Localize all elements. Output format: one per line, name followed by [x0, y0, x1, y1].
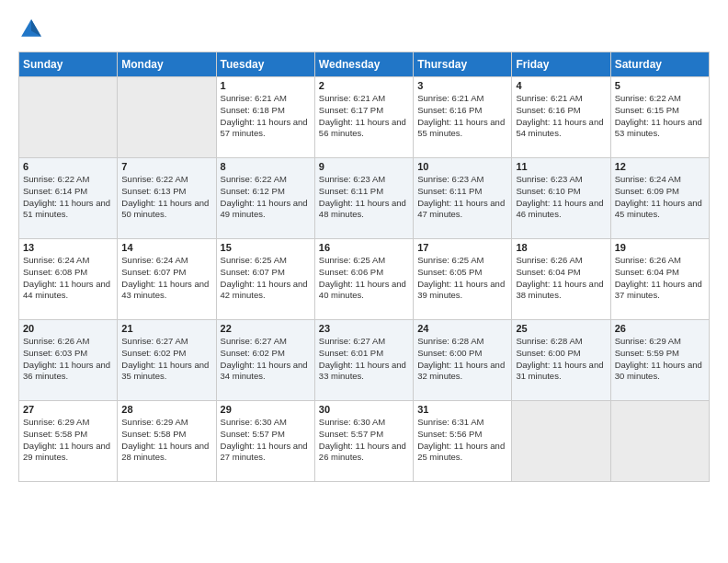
calendar-cell: 4Sunrise: 6:21 AMSunset: 6:16 PMDaylight… [512, 77, 610, 158]
weekday-header-thursday: Thursday [414, 52, 512, 77]
calendar-cell: 30Sunrise: 6:30 AMSunset: 5:57 PMDayligh… [314, 401, 413, 482]
cell-day-number: 30 [319, 404, 409, 415]
cell-day-number: 2 [319, 80, 409, 91]
calendar-cell: 25Sunrise: 6:28 AMSunset: 6:00 PMDayligh… [512, 320, 610, 401]
logo [18, 17, 48, 42]
weekday-header-sunday: Sunday [19, 52, 118, 77]
weekday-header-tuesday: Tuesday [216, 52, 314, 77]
cell-day-number: 13 [23, 242, 113, 253]
calendar-cell: 3Sunrise: 6:21 AMSunset: 6:16 PMDaylight… [414, 77, 512, 158]
cell-day-number: 19 [615, 242, 705, 253]
cell-day-number: 15 [221, 242, 311, 253]
cell-day-number: 27 [23, 404, 113, 415]
cell-info: Sunrise: 6:25 AMSunset: 6:07 PMDaylight:… [221, 255, 311, 302]
cell-info: Sunrise: 6:27 AMSunset: 6:02 PMDaylight:… [221, 336, 311, 383]
cell-day-number: 5 [615, 80, 705, 91]
page: SundayMondayTuesdayWednesdayThursdayFrid… [0, 0, 728, 563]
cell-day-number: 16 [319, 242, 409, 253]
calendar-cell: 26Sunrise: 6:29 AMSunset: 5:59 PMDayligh… [610, 320, 709, 401]
calendar-week-1: 1Sunrise: 6:21 AMSunset: 6:18 PMDaylight… [19, 77, 710, 158]
calendar-cell: 24Sunrise: 6:28 AMSunset: 6:00 PMDayligh… [414, 320, 512, 401]
cell-info: Sunrise: 6:22 AMSunset: 6:12 PMDaylight:… [221, 174, 311, 221]
calendar-week-2: 6Sunrise: 6:22 AMSunset: 6:14 PMDaylight… [19, 158, 710, 239]
calendar-cell: 13Sunrise: 6:24 AMSunset: 6:08 PMDayligh… [19, 239, 118, 320]
cell-day-number: 18 [516, 242, 606, 253]
calendar-cell: 31Sunrise: 6:31 AMSunset: 5:56 PMDayligh… [414, 401, 512, 482]
calendar-cell: 18Sunrise: 6:26 AMSunset: 6:04 PMDayligh… [512, 239, 610, 320]
calendar-cell: 7Sunrise: 6:22 AMSunset: 6:13 PMDaylight… [118, 158, 216, 239]
calendar-cell: 12Sunrise: 6:24 AMSunset: 6:09 PMDayligh… [610, 158, 709, 239]
cell-day-number: 14 [121, 242, 211, 253]
cell-info: Sunrise: 6:22 AMSunset: 6:13 PMDaylight:… [121, 174, 211, 221]
calendar-cell: 23Sunrise: 6:27 AMSunset: 6:01 PMDayligh… [314, 320, 413, 401]
cell-info: Sunrise: 6:25 AMSunset: 6:05 PMDaylight:… [417, 255, 507, 302]
weekday-header-wednesday: Wednesday [314, 52, 413, 77]
calendar-cell: 21Sunrise: 6:27 AMSunset: 6:02 PMDayligh… [118, 320, 216, 401]
cell-info: Sunrise: 6:27 AMSunset: 6:02 PMDaylight:… [121, 336, 211, 383]
cell-day-number: 12 [615, 161, 705, 172]
cell-info: Sunrise: 6:23 AMSunset: 6:10 PMDaylight:… [516, 174, 606, 221]
cell-day-number: 24 [417, 323, 507, 334]
calendar-cell: 9Sunrise: 6:23 AMSunset: 6:11 PMDaylight… [314, 158, 413, 239]
cell-day-number: 26 [615, 323, 705, 334]
cell-info: Sunrise: 6:22 AMSunset: 6:14 PMDaylight:… [23, 174, 113, 221]
calendar-cell: 14Sunrise: 6:24 AMSunset: 6:07 PMDayligh… [118, 239, 216, 320]
calendar-cell: 2Sunrise: 6:21 AMSunset: 6:17 PMDaylight… [314, 77, 413, 158]
cell-day-number: 11 [516, 161, 606, 172]
cell-day-number: 17 [417, 242, 507, 253]
cell-info: Sunrise: 6:23 AMSunset: 6:11 PMDaylight:… [319, 174, 409, 221]
cell-day-number: 25 [516, 323, 606, 334]
cell-info: Sunrise: 6:21 AMSunset: 6:16 PMDaylight:… [516, 93, 606, 140]
cell-info: Sunrise: 6:26 AMSunset: 6:04 PMDaylight:… [615, 255, 705, 302]
cell-info: Sunrise: 6:29 AMSunset: 5:59 PMDaylight:… [615, 336, 705, 383]
calendar-cell: 1Sunrise: 6:21 AMSunset: 6:18 PMDaylight… [216, 77, 314, 158]
cell-info: Sunrise: 6:22 AMSunset: 6:15 PMDaylight:… [615, 93, 705, 140]
cell-day-number: 4 [516, 80, 606, 91]
calendar-cell: 10Sunrise: 6:23 AMSunset: 6:11 PMDayligh… [414, 158, 512, 239]
cell-day-number: 6 [23, 161, 113, 172]
cell-info: Sunrise: 6:29 AMSunset: 5:58 PMDaylight:… [23, 417, 113, 464]
calendar-cell [19, 77, 118, 158]
calendar-cell: 27Sunrise: 6:29 AMSunset: 5:58 PMDayligh… [19, 401, 118, 482]
cell-info: Sunrise: 6:21 AMSunset: 6:17 PMDaylight:… [319, 93, 409, 140]
weekday-header-monday: Monday [118, 52, 216, 77]
cell-info: Sunrise: 6:21 AMSunset: 6:16 PMDaylight:… [417, 93, 507, 140]
cell-info: Sunrise: 6:30 AMSunset: 5:57 PMDaylight:… [221, 417, 311, 464]
cell-info: Sunrise: 6:31 AMSunset: 5:56 PMDaylight:… [417, 417, 507, 464]
cell-day-number: 21 [121, 323, 211, 334]
cell-info: Sunrise: 6:29 AMSunset: 5:58 PMDaylight:… [121, 417, 211, 464]
cell-info: Sunrise: 6:23 AMSunset: 6:11 PMDaylight:… [417, 174, 507, 221]
calendar-cell: 8Sunrise: 6:22 AMSunset: 6:12 PMDaylight… [216, 158, 314, 239]
calendar-cell [610, 401, 709, 482]
cell-day-number: 1 [221, 80, 311, 91]
header [18, 17, 710, 42]
cell-info: Sunrise: 6:26 AMSunset: 6:04 PMDaylight:… [516, 255, 606, 302]
weekday-header-saturday: Saturday [610, 52, 709, 77]
cell-info: Sunrise: 6:28 AMSunset: 6:00 PMDaylight:… [417, 336, 507, 383]
calendar-cell: 29Sunrise: 6:30 AMSunset: 5:57 PMDayligh… [216, 401, 314, 482]
cell-day-number: 3 [417, 80, 507, 91]
calendar-cell: 5Sunrise: 6:22 AMSunset: 6:15 PMDaylight… [610, 77, 709, 158]
cell-day-number: 20 [23, 323, 113, 334]
calendar-cell [118, 77, 216, 158]
calendar-cell: 22Sunrise: 6:27 AMSunset: 6:02 PMDayligh… [216, 320, 314, 401]
calendar-cell: 6Sunrise: 6:22 AMSunset: 6:14 PMDaylight… [19, 158, 118, 239]
calendar-table: SundayMondayTuesdayWednesdayThursdayFrid… [18, 52, 710, 482]
cell-day-number: 29 [221, 404, 311, 415]
calendar-cell: 11Sunrise: 6:23 AMSunset: 6:10 PMDayligh… [512, 158, 610, 239]
cell-info: Sunrise: 6:21 AMSunset: 6:18 PMDaylight:… [221, 93, 311, 140]
cell-day-number: 10 [417, 161, 507, 172]
cell-info: Sunrise: 6:26 AMSunset: 6:03 PMDaylight:… [23, 336, 113, 383]
calendar-week-5: 27Sunrise: 6:29 AMSunset: 5:58 PMDayligh… [19, 401, 710, 482]
weekday-header-friday: Friday [512, 52, 610, 77]
calendar-cell: 17Sunrise: 6:25 AMSunset: 6:05 PMDayligh… [414, 239, 512, 320]
logo-icon [18, 17, 44, 42]
calendar-cell: 19Sunrise: 6:26 AMSunset: 6:04 PMDayligh… [610, 239, 709, 320]
calendar-week-4: 20Sunrise: 6:26 AMSunset: 6:03 PMDayligh… [19, 320, 710, 401]
cell-day-number: 23 [319, 323, 409, 334]
cell-day-number: 8 [221, 161, 311, 172]
cell-info: Sunrise: 6:27 AMSunset: 6:01 PMDaylight:… [319, 336, 409, 383]
calendar-cell: 28Sunrise: 6:29 AMSunset: 5:58 PMDayligh… [118, 401, 216, 482]
cell-day-number: 9 [319, 161, 409, 172]
cell-day-number: 7 [121, 161, 211, 172]
